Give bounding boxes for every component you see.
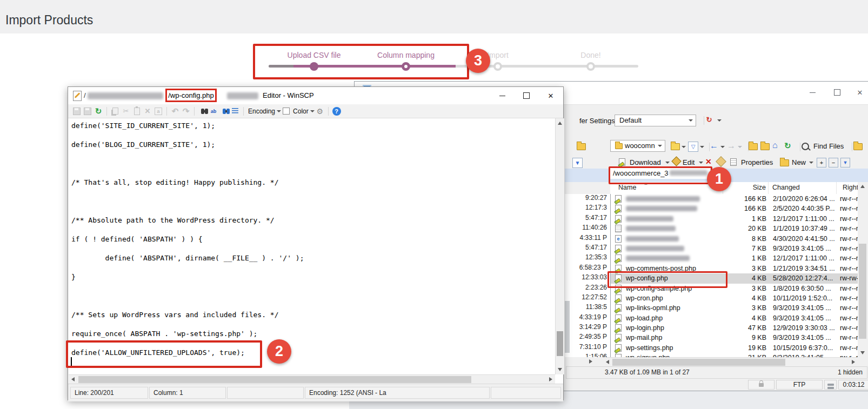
redo-icon[interactable]: ↷: [181, 106, 191, 117]
properties-button[interactable]: Properties: [741, 158, 773, 166]
close-button[interactable]: [849, 85, 868, 100]
editor-titlebar[interactable]: / /wp-config.php Editor - WinSCP ✕: [68, 87, 563, 104]
open-directory-icon[interactable]: [671, 143, 680, 150]
synchronize-icon[interactable]: ↻: [704, 115, 714, 124]
lock-cell: [748, 380, 774, 390]
left-panel-scrollbar[interactable]: [565, 301, 570, 353]
folder-shortcut-icon[interactable]: [577, 143, 586, 150]
filter-icon[interactable]: ▼: [840, 158, 850, 167]
file-size: 7 KB: [716, 245, 766, 252]
transfer-profile-select[interactable]: Default: [615, 115, 696, 126]
file-row[interactable]: wp-config.php4 KB5/28/2020 12:27:4...rw-…: [611, 273, 858, 283]
file-row[interactable]: 166 KB2/5/2020 4:40:35 P...rw-r--r-: [611, 204, 858, 213]
minimize-button[interactable]: [802, 85, 823, 100]
undo-icon[interactable]: ↶: [170, 106, 181, 117]
file-row[interactable]: wp-cron.php4 KB10/11/2019 1:52:0...rw-r-…: [611, 293, 858, 303]
maximize-button[interactable]: [826, 85, 848, 100]
back-icon[interactable]: ←: [710, 141, 718, 151]
link-icon[interactable]: [853, 143, 863, 150]
file-row[interactable]: e8 KB4/30/2020 4:41:50 ...rw-r--r-: [611, 234, 858, 244]
save-as-icon[interactable]: [82, 106, 93, 117]
download-button[interactable]: Download: [630, 158, 661, 166]
root-directory-icon[interactable]: [760, 143, 770, 150]
left-panel-times-column: 9:20:2712:17:35:47:1711:40:264:33:11 P5:…: [565, 194, 610, 357]
chevron-down-icon[interactable]: [665, 162, 670, 164]
color-menu[interactable]: Color: [293, 108, 309, 115]
go-to-line-icon[interactable]: [230, 106, 241, 117]
select-all-icon[interactable]: a: [153, 106, 164, 117]
home-directory-icon[interactable]: ⌂: [772, 140, 778, 150]
delete-icon[interactable]: ✕: [705, 157, 712, 166]
file-row[interactable]: 1 KB12/1/2017 1:11:00 ...rw-r--r-: [611, 253, 858, 263]
new-button[interactable]: New: [792, 158, 806, 166]
color-checkbox[interactable]: [283, 108, 290, 115]
code-line: /** Sets up WordPress vars and included …: [71, 310, 555, 320]
collapse-icon[interactable]: −: [829, 158, 838, 167]
maximize-button[interactable]: [515, 88, 538, 104]
file-name: wp-comments-post.php: [626, 265, 696, 272]
left-panel-hscroll-arrow[interactable]: [589, 359, 592, 364]
title-filename-text: /wp-config.php: [168, 91, 214, 99]
remote-path-field[interactable]: /woocommerce_3: [610, 167, 710, 179]
chevron-down-icon[interactable]: [700, 146, 704, 148]
file-row[interactable]: wp-login.php47 KB12/9/2019 3:30:03 ...rw…: [611, 323, 858, 333]
editor-hscrollbar[interactable]: [69, 374, 555, 384]
file-row[interactable]: 7 KB9/3/2019 3:41:05 ...rw-r--r-: [611, 244, 858, 253]
file-row[interactable]: wp-links-opml.php3 KB9/3/2019 3:41:05 ..…: [611, 303, 858, 313]
column-header-changed[interactable]: Changed: [772, 184, 800, 191]
file-row[interactable]: 20 KB1/1/2019 10:37:49 ...rw-r--r-: [611, 224, 858, 233]
find-next-icon[interactable]: [219, 106, 230, 117]
file-row[interactable]: wp-signup.php31 KB9/3/2019 3:41:05 ...rw…: [611, 353, 858, 357]
encoding-menu[interactable]: Encoding: [248, 108, 275, 115]
file-row[interactable]: 166 KB2/10/2020 6:26:04 ...rw-r--r-: [611, 194, 858, 204]
file-row[interactable]: wp-settings.php19 KB10/15/2019 6:37:0...…: [611, 343, 858, 353]
file-icon: e: [615, 235, 622, 243]
minimize-button[interactable]: [490, 88, 514, 104]
edit-button[interactable]: Edit: [683, 158, 695, 166]
code-line: require_once( ABSPATH . 'wp-settings.php…: [71, 329, 555, 339]
parent-directory-icon[interactable]: [749, 143, 758, 150]
chevron-down-icon[interactable]: [809, 162, 813, 164]
file-rights: rw-r--r-: [840, 324, 858, 332]
column-header-name[interactable]: Name: [618, 184, 636, 191]
rename-icon[interactable]: [716, 156, 726, 167]
file-list-vscrollbar[interactable]: [858, 182, 867, 357]
find-files-button[interactable]: Find Files: [813, 142, 844, 150]
copy-icon[interactable]: [110, 106, 121, 117]
code-line: [71, 131, 555, 140]
preferences-gear-icon[interactable]: ⚙: [315, 106, 325, 117]
file-icon: [615, 274, 622, 282]
cut-icon[interactable]: ✂: [121, 106, 131, 117]
file-row[interactable]: wp-comments-post.php3 KB1/21/2019 3:34:5…: [611, 264, 858, 273]
editor-vscrollbar[interactable]: [555, 118, 564, 374]
file-row[interactable]: wp-mail.php9 KB9/3/2019 3:41:05 ...rw-r-…: [611, 333, 858, 343]
chevron-down-icon[interactable]: [720, 146, 725, 148]
replace-icon[interactable]: ab: [208, 106, 219, 117]
filter-icon[interactable]: ▽: [688, 142, 698, 152]
code-line: [71, 225, 555, 235]
chevron-down-icon[interactable]: [699, 162, 703, 164]
refresh-icon[interactable]: ↻: [784, 141, 791, 151]
directory-address-select[interactable]: woocomn: [610, 140, 665, 152]
file-changed: 1/8/2019 6:30:50 ...: [773, 285, 831, 292]
reload-icon[interactable]: ↻: [93, 106, 104, 117]
chevron-down-icon: [277, 110, 281, 112]
delete-icon[interactable]: ✕: [142, 106, 153, 117]
file-row[interactable]: wp-config-sample.php3 KB1/8/2019 6:30:50…: [611, 284, 858, 293]
paste-icon[interactable]: [131, 106, 142, 117]
chevron-down-icon[interactable]: [682, 146, 686, 148]
help-icon[interactable]: ?: [331, 106, 342, 117]
save-icon[interactable]: [71, 106, 82, 117]
file-row[interactable]: 1 KB12/1/2017 1:11:00 ...rw-r--r-: [611, 214, 858, 224]
expand-icon[interactable]: +: [817, 158, 826, 167]
file-list-hscrollbar[interactable]: [603, 357, 858, 367]
find-icon[interactable]: [197, 106, 208, 117]
code-area[interactable]: define('SITE_ID_CURRENT_SITE', 1); defin…: [69, 118, 555, 374]
filter-icon[interactable]: ▼: [572, 158, 583, 168]
chevron-down-icon[interactable]: [717, 119, 722, 122]
file-row[interactable]: wp-load.php4 KB9/3/2019 3:41:05 ...rw-r-…: [611, 313, 858, 323]
close-button[interactable]: ✕: [539, 88, 563, 104]
remote-file-list[interactable]: 166 KB2/10/2020 6:26:04 ...rw-r--r-166 K…: [610, 194, 858, 357]
forward-icon[interactable]: →: [727, 141, 736, 151]
editor-status-bar: Line: 200/201 Column: 1 Encoding: 1252 (…: [68, 384, 563, 401]
